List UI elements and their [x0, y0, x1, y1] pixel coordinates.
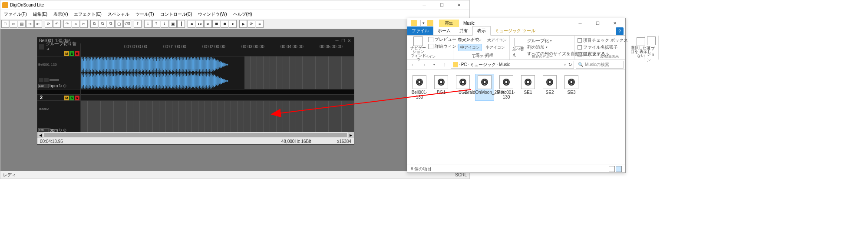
breadcrumb-item[interactable]: PC: [461, 62, 467, 67]
menu-control[interactable]: コントロール(C): [158, 10, 195, 18]
group-header[interactable]: グループ切り替え: [37, 43, 81, 50]
file-ext-toggle[interactable]: ファイル名拡張子: [578, 44, 628, 50]
item-checkbox-toggle[interactable]: 項目チェック ボックス: [578, 37, 628, 43]
target-icon[interactable]: ⊙: [63, 83, 66, 88]
menu-effect[interactable]: エフェクト(E): [71, 10, 104, 18]
toolbar-button[interactable]: ⟳: [248, 20, 255, 28]
track2-bpm[interactable]: bpm ↻ ⊙: [38, 128, 66, 132]
inner-maximize-button[interactable]: ☐: [340, 38, 346, 43]
menu-file[interactable]: ファイル(F): [1, 10, 30, 18]
menu-tool[interactable]: ツール(T): [133, 10, 157, 18]
toolbar-button[interactable]: ┃: [177, 20, 185, 28]
scroll-left-button[interactable]: ◀: [37, 132, 43, 138]
options-icon[interactable]: [647, 36, 656, 45]
file-item[interactable]: SE2: [540, 74, 559, 101]
view-s-button[interactable]: 小アイコン: [483, 44, 507, 51]
maximize-button[interactable]: ☐: [433, 0, 450, 10]
track2-msr[interactable]: MSR: [64, 96, 79, 100]
toolbar-button[interactable]: ⏺: [221, 20, 228, 28]
view-m-button[interactable]: 中アイコン: [458, 44, 482, 51]
breadcrumb-item[interactable]: ミュージック: [470, 62, 496, 68]
toolbar-button[interactable]: ⏭: [196, 20, 204, 28]
track1-bpm[interactable]: bpm ↻ ⊙: [38, 83, 66, 88]
track1-header[interactable]: Bell001-130 bpm ↻ ⊙: [37, 56, 81, 89]
menu-window[interactable]: ウィンドウ(W): [195, 10, 229, 18]
breadcrumb-item[interactable]: Music: [499, 62, 510, 67]
toolbar-button[interactable]: ⇤: [34, 20, 42, 28]
view-details-icon[interactable]: [609, 166, 615, 172]
track1-mini-controls[interactable]: [39, 78, 59, 82]
mini-icon[interactable]: [44, 78, 49, 82]
help-icon[interactable]: ?: [616, 27, 624, 35]
track2-lane[interactable]: [81, 101, 354, 132]
scroll-right-button[interactable]: ▶: [348, 132, 354, 138]
target-icon[interactable]: ⊙: [63, 128, 66, 132]
inner-minimize-button[interactable]: ─: [334, 38, 340, 43]
titlebar[interactable]: DigiOnSound Lite ─ ☐ ✕: [0, 0, 469, 10]
track1-bpm-input[interactable]: [38, 84, 49, 88]
toolbar-button[interactable]: ⤓: [144, 20, 152, 28]
ribbon-tab-view[interactable]: 表示: [472, 26, 491, 36]
file-item[interactable]: Bell001-130: [410, 74, 429, 101]
view-large-icon[interactable]: [616, 166, 622, 172]
toolbar-button[interactable]: ≡: [256, 20, 264, 28]
toolbar-button[interactable]: ▭: [10, 20, 17, 28]
loop-icon[interactable]: ↻: [59, 83, 62, 88]
file-item[interactable]: SE1: [518, 74, 538, 101]
menu-edit[interactable]: 編集(E): [30, 10, 50, 18]
toolbar-button[interactable]: ⤓: [161, 20, 168, 28]
toolbar-button[interactable]: ⏹: [212, 20, 220, 28]
exp-maximize-button[interactable]: ☐: [589, 18, 606, 28]
exp-minimize-button[interactable]: ─: [571, 18, 589, 28]
minimize-button[interactable]: ─: [416, 0, 433, 10]
ribbon-tab-share[interactable]: 共有: [455, 27, 472, 35]
toolbar-button[interactable]: ▤: [18, 20, 26, 28]
toolbar-button[interactable]: ⎌: [72, 20, 79, 28]
mini-icon[interactable]: [39, 78, 43, 82]
scroll-thumb[interactable]: [44, 133, 347, 137]
mini-slider[interactable]: [50, 79, 59, 81]
file-list[interactable]: Bell001-130BG1BG2GraidOnMoon_2MIXPerc001…: [407, 70, 625, 165]
toolbar-button[interactable]: ↷: [63, 20, 71, 28]
ribbon-tab-home[interactable]: ホーム: [433, 27, 455, 35]
toolbar-button[interactable]: ▶: [239, 20, 247, 28]
track1-lane[interactable]: [81, 56, 354, 89]
toolbar-button[interactable]: ✂: [80, 20, 88, 28]
ribbon-tab-file[interactable]: ファイル: [407, 27, 433, 35]
track2-header[interactable]: Track2 bpm ↻ ⊙: [37, 101, 81, 132]
file-item[interactable]: BG2: [453, 74, 472, 101]
toolbar-button[interactable]: ⤒: [134, 20, 142, 28]
inner-scrollbar[interactable]: ◀ ▶: [37, 132, 354, 138]
sort-icon[interactable]: [515, 38, 523, 46]
hide-selected-icon[interactable]: [637, 37, 645, 46]
toolbar-button[interactable]: ⤒: [152, 20, 160, 28]
view-l-button[interactable]: 大アイコン: [485, 36, 509, 44]
toolbar-button[interactable]: ⏮: [188, 20, 195, 28]
close-button[interactable]: ✕: [450, 0, 468, 10]
toolbar-button[interactable]: □: [1, 20, 9, 28]
inner-close-button[interactable]: ✕: [346, 38, 352, 43]
file-item[interactable]: Perc001-130: [497, 74, 516, 101]
track2-bpm-input[interactable]: [38, 128, 49, 133]
toolbar-button[interactable]: ●: [229, 20, 237, 28]
file-item[interactable]: SE3: [562, 74, 581, 101]
track1-waveform[interactable]: [81, 56, 244, 89]
time-ruler[interactable]: 00:00:00.00 00:01:00.00 00:02:00.00 00:0…: [124, 43, 354, 50]
toolbar-button[interactable]: ⇥: [26, 20, 34, 28]
track1-msr[interactable]: MSR: [64, 51, 79, 56]
refresh-icon[interactable]: ↻: [568, 62, 572, 67]
project-titlebar[interactable]: Bell001-130.dgs ─ ☐ ✕: [37, 37, 354, 43]
file-item[interactable]: BG1: [432, 74, 451, 101]
file-item[interactable]: GraidOnMoon_2MIX: [475, 74, 494, 101]
loop-icon[interactable]: ↻: [59, 128, 62, 132]
menu-help[interactable]: ヘルプ(H): [231, 10, 255, 18]
toolbar-button[interactable]: ⟳: [45, 20, 53, 28]
toolbar-button[interactable]: ↶: [53, 20, 61, 28]
play-context-tab[interactable]: 再生: [439, 20, 459, 27]
toolbar-button[interactable]: ▢: [115, 20, 123, 28]
toolbar-button[interactable]: ⧉: [90, 20, 98, 28]
toolbar-button[interactable]: ▣: [169, 20, 177, 28]
ribbon-tab-music[interactable]: ミュージック ツール: [491, 27, 540, 35]
menu-special[interactable]: スペシャル: [105, 10, 132, 18]
breadcrumb[interactable]: › PC › ミュージック › Music v ↻: [451, 61, 574, 69]
